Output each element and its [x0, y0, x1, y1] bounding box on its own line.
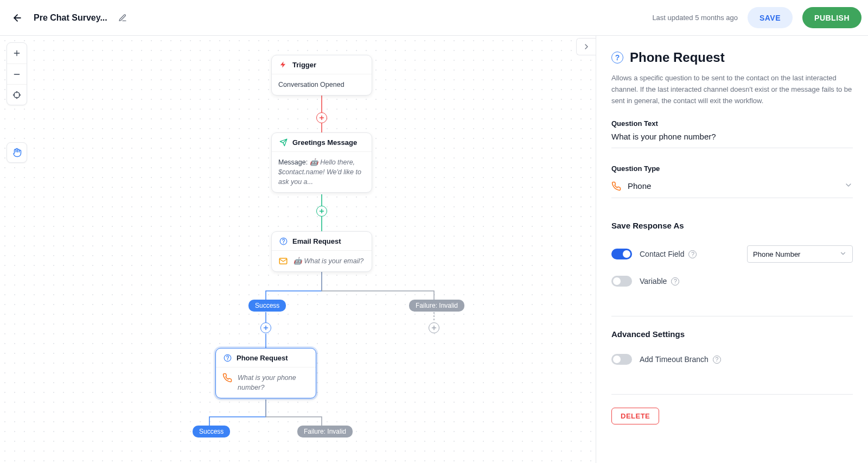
zoom-out-button[interactable]	[7, 64, 27, 84]
zoom-in-button[interactable]	[7, 43, 27, 64]
bolt-icon	[278, 60, 288, 69]
svg-point-16	[283, 243, 284, 243]
phone-icon	[222, 373, 232, 383]
node-email-title: Email Request	[292, 237, 341, 245]
publish-button[interactable]: PUBLISH	[802, 7, 861, 28]
variable-label: Variable	[640, 277, 667, 286]
timeout-branch-toggle[interactable]	[611, 354, 632, 365]
node-greetings[interactable]: Greetings Message Message: 🤖 Hello there…	[271, 132, 372, 193]
question-text-input[interactable]: What is your phone number?	[611, 132, 853, 148]
zoom-toolbar	[7, 42, 27, 105]
branch-pill-failure[interactable]: Failure: Invalid	[297, 426, 353, 437]
main-area: Trigger Conversation Opened Greetings Me…	[0, 36, 868, 463]
fit-view-button[interactable]	[7, 84, 27, 105]
question-type-label: Question Type	[611, 164, 853, 173]
back-button[interactable]	[11, 11, 24, 24]
contact-field-label: Contact Field	[640, 250, 684, 258]
plus-icon	[318, 115, 325, 121]
branch-pill-success[interactable]: Success	[193, 426, 230, 437]
node-trigger[interactable]: Trigger Conversation Opened	[271, 55, 372, 96]
help-icon[interactable]: ?	[713, 356, 721, 364]
svg-point-23	[227, 359, 228, 360]
contact-field-select[interactable]: Phone Number	[747, 245, 853, 263]
plus-icon	[431, 325, 437, 331]
collapse-sidebar-button[interactable]	[576, 38, 596, 55]
node-email-request[interactable]: Email Request 🤖 What is your email?	[271, 231, 372, 272]
pencil-icon	[118, 14, 127, 22]
question-type-value: Phone	[628, 181, 838, 191]
app-header: Pre Chat Survey... Last updated 5 months…	[0, 0, 868, 36]
save-response-heading: Save Response As	[611, 221, 853, 230]
plus-icon	[263, 325, 269, 331]
question-icon	[222, 353, 232, 363]
add-step-button[interactable]	[316, 112, 327, 123]
chevron-down-icon	[844, 181, 853, 191]
branch-pill-failure[interactable]: Failure: Invalid	[409, 300, 464, 312]
question-text-label: Question Text	[611, 119, 853, 128]
variable-toggle[interactable]	[611, 276, 632, 287]
plus-icon	[12, 49, 21, 58]
workflow-canvas[interactable]: Trigger Conversation Opened Greetings Me…	[0, 36, 596, 463]
sidebar-description: Allows a specific question to be sent to…	[611, 73, 853, 106]
node-phone-title: Phone Request	[237, 354, 288, 362]
delete-button[interactable]: DELETE	[611, 408, 659, 424]
contact-field-select-value: Phone Number	[753, 250, 800, 258]
send-icon	[278, 137, 288, 147]
question-type-select[interactable]: Phone	[611, 177, 853, 198]
add-step-button[interactable]	[316, 206, 327, 217]
chevron-down-icon	[839, 250, 847, 259]
last-updated-text: Last updated 5 months ago	[652, 14, 738, 22]
add-step-button[interactable]	[260, 322, 271, 333]
node-trigger-title: Trigger	[292, 61, 316, 69]
phone-icon	[611, 181, 621, 191]
details-sidebar: ? Phone Request Allows a specific questi…	[596, 36, 868, 463]
add-step-button[interactable]	[429, 322, 439, 333]
timeout-branch-label: Add Timeout Branch	[640, 355, 709, 364]
help-icon[interactable]: ?	[671, 277, 679, 286]
advanced-settings-heading: Advanced Settings	[611, 329, 853, 339]
hand-icon	[12, 148, 22, 157]
question-icon: ?	[611, 52, 623, 64]
arrow-left-icon	[12, 12, 23, 23]
node-phone-request[interactable]: Phone Request What is your phone number?	[215, 348, 316, 398]
node-phone-question: What is your phone number?	[238, 373, 309, 392]
sidebar-title: Phone Request	[630, 50, 725, 65]
page-title: Pre Chat Survey...	[34, 13, 107, 23]
pan-mode-button[interactable]	[7, 142, 27, 163]
mail-icon	[278, 256, 288, 266]
node-greetings-msg-label: Message:	[278, 158, 308, 166]
contact-field-toggle[interactable]	[611, 249, 632, 259]
question-icon	[278, 236, 288, 246]
plus-icon	[318, 208, 325, 214]
node-email-question: 🤖 What is your email?	[293, 256, 363, 266]
node-trigger-body: Conversation Opened	[272, 74, 372, 95]
edit-title-button[interactable]	[117, 12, 128, 23]
divider	[611, 316, 853, 316]
branch-pill-success[interactable]: Success	[248, 300, 286, 312]
divider	[611, 394, 853, 395]
minus-icon	[12, 70, 21, 79]
crosshair-icon	[12, 91, 21, 99]
chevron-right-icon	[582, 42, 591, 51]
node-greetings-title: Greetings Message	[292, 138, 357, 147]
help-icon[interactable]: ?	[688, 250, 697, 258]
save-button[interactable]: SAVE	[748, 7, 793, 28]
